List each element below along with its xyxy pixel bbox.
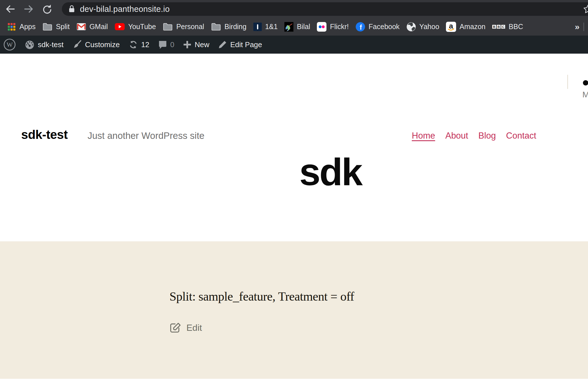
reload-button[interactable] (40, 3, 53, 16)
bookmarks-list: Apps Split GMail YouTube Personal Birdin… (7, 22, 523, 32)
nav-link-blog[interactable]: Blog (478, 131, 496, 141)
nav-link-contact[interactable]: Contact (506, 131, 536, 141)
bookmark-gmail[interactable]: GMail (77, 23, 108, 31)
bookmark-label: Facebook (369, 23, 400, 31)
bookmark-bilal[interactable]: Bilal (284, 22, 310, 32)
bookmark-split[interactable]: Split (42, 23, 70, 31)
bookmark-label: BBC (509, 23, 523, 31)
edit-link-label: Edit (186, 323, 202, 333)
forward-button[interactable] (22, 3, 35, 16)
svg-text:B: B (493, 25, 495, 29)
admin-bar-comments[interactable]: 0 (158, 40, 174, 49)
admin-bar-wordpress-logo[interactable]: W (3, 38, 16, 51)
globe-icon (406, 22, 416, 32)
bookmark-label: Flickr! (330, 23, 349, 31)
comment-icon (158, 40, 167, 49)
svg-text:a: a (449, 22, 453, 30)
plus-icon (183, 40, 192, 49)
bookmarks-bar-divider (583, 23, 584, 31)
svg-text:W: W (6, 41, 13, 48)
admin-bar-customize[interactable]: Customize (72, 40, 120, 50)
bookmark-label: Personal (176, 23, 204, 31)
edit-pencil-square-icon (169, 322, 181, 333)
nav-link-about[interactable]: About (445, 131, 468, 141)
bookmark-1-1[interactable]: 1&1 (253, 23, 278, 31)
update-icon (128, 40, 138, 50)
bookmark-bbc[interactable]: B B C BBC (492, 23, 523, 31)
bookmark-amazon[interactable]: a Amazon (446, 22, 485, 32)
bookmark-label: Amazon (459, 23, 485, 31)
wp-admin-bar: W sdk-test Customize 12 0 New Edit Page (0, 36, 588, 54)
forward-arrow-icon (23, 3, 34, 15)
hummingbird-icon (284, 22, 293, 32)
bookmark-label: 1&1 (265, 23, 278, 31)
admin-bar-label: 0 (170, 40, 174, 49)
youtube-icon (115, 23, 125, 30)
admin-bar-label: sdk-test (38, 40, 64, 49)
edit-link[interactable]: Edit (169, 322, 202, 333)
lock-icon (68, 5, 75, 13)
wordpress-icon: W (3, 38, 16, 51)
site-tagline: Just another WordPress site (88, 130, 204, 141)
oneandone-icon (253, 23, 262, 31)
folder-icon (42, 23, 53, 31)
bookmark-label: Yahoo (419, 23, 439, 31)
primary-nav: HomeAboutBlogContact (412, 131, 536, 141)
admin-bar-label: Edit Page (230, 40, 262, 49)
bookmark-apps[interactable]: Apps (7, 22, 36, 31)
bookmark-facebook[interactable]: f Facebook (356, 22, 400, 32)
admin-bar-label: 12 (141, 40, 149, 49)
bookmark-star-icon[interactable] (583, 4, 588, 15)
bookmark-personal[interactable]: Personal (163, 23, 204, 31)
bookmarks-bar: Apps Split GMail YouTube Personal Birdin… (0, 18, 588, 36)
footer-strip (0, 379, 588, 385)
bbc-icon: B B C (492, 25, 505, 29)
browser-toolbar: dev-bilal.pantheonsite.io (0, 0, 588, 18)
clipped-menu-label[interactable]: M (582, 90, 588, 99)
back-arrow-icon (5, 3, 16, 15)
amazon-icon: a (446, 22, 456, 32)
address-bar[interactable]: dev-bilal.pantheonsite.io (62, 2, 588, 16)
site-header: sdk-test Just another WordPress site Hom… (0, 54, 588, 241)
bookmark-label: Apps (19, 23, 36, 31)
gmail-icon (77, 23, 86, 30)
svg-text:f: f (360, 23, 362, 31)
folder-icon (211, 23, 221, 31)
facebook-icon: f (356, 22, 365, 32)
sdk-logo: sdk (299, 153, 362, 191)
bookmark-flickr-[interactable]: Flickr! (317, 22, 349, 32)
admin-bar-label: Customize (85, 40, 120, 49)
admin-bar-new-content[interactable]: New (183, 40, 209, 49)
reload-icon (41, 4, 52, 14)
admin-bar-label: New (195, 40, 209, 49)
bookmark-label: YouTube (128, 23, 156, 31)
back-button[interactable] (4, 3, 17, 16)
pencil-icon (218, 40, 227, 49)
bookmark-birding[interactable]: Birding (211, 23, 247, 31)
nav-link-home[interactable]: Home (412, 131, 435, 141)
brush-icon (72, 40, 82, 50)
admin-bar-edit-page[interactable]: Edit Page (218, 40, 262, 49)
bookmark-label: GMail (90, 23, 108, 31)
bookmark-youtube[interactable]: YouTube (115, 23, 156, 31)
flickr-icon (317, 22, 326, 32)
bookmarks-overflow-chevron[interactable]: » (571, 22, 583, 32)
site-title[interactable]: sdk-test (21, 128, 68, 142)
url-text: dev-bilal.pantheonsite.io (80, 5, 170, 14)
bookmark-yahoo[interactable]: Yahoo (406, 22, 439, 32)
bookmark-label: Bilal (297, 23, 310, 31)
split-status-section: Split: sample_feature, Treatment = off E… (0, 241, 588, 379)
header-divider (567, 75, 568, 89)
svg-text:C: C (502, 25, 504, 29)
admin-bar-site-name[interactable]: sdk-test (24, 39, 64, 50)
bookmark-label: Birding (225, 23, 247, 31)
apps-grid-icon (7, 22, 16, 31)
split-status-text: Split: sample_feature, Treatment = off (169, 289, 354, 304)
admin-bar-updates[interactable]: 12 (128, 40, 149, 50)
bookmark-label: Split (56, 23, 70, 31)
folder-icon (163, 23, 173, 31)
gauge-icon (24, 39, 35, 50)
menu-dot-icon (583, 80, 588, 86)
svg-text:B: B (498, 25, 500, 29)
